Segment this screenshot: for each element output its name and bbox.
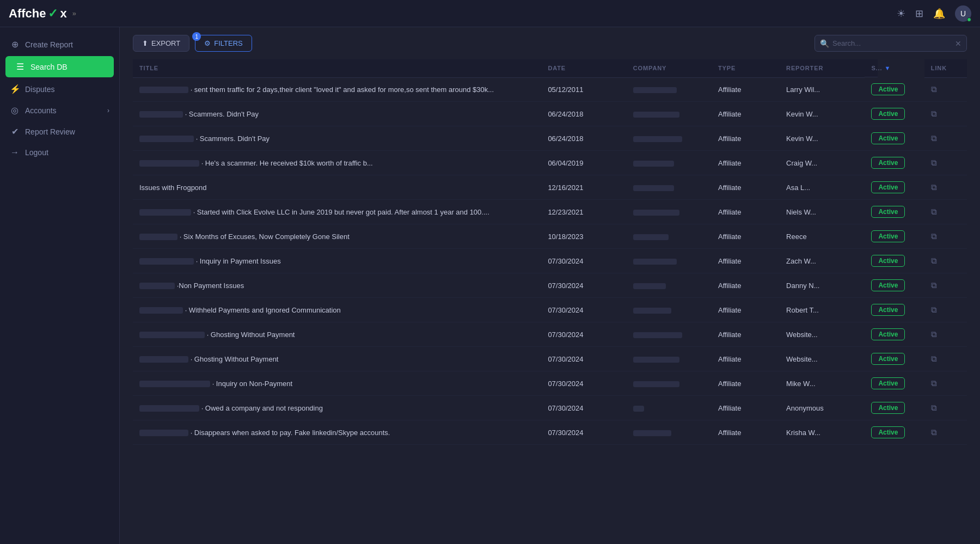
date-cell: 06/24/2018 bbox=[541, 102, 626, 126]
company-cell bbox=[627, 273, 712, 298]
link-cell[interactable]: ⧉ bbox=[924, 347, 967, 371]
avatar-status-dot bbox=[967, 17, 971, 22]
status-cell: Active bbox=[865, 102, 924, 126]
status-cell: Active bbox=[865, 371, 924, 396]
status-cell: Active bbox=[865, 224, 924, 249]
col-header-status[interactable]: S... ▼ bbox=[865, 59, 878, 77]
title-cell: · Disappears when asked to pay. Fake lin… bbox=[133, 420, 541, 445]
link-cell[interactable]: ⧉ bbox=[924, 151, 967, 175]
col-header-title: TITLE bbox=[133, 59, 541, 77]
status-badge: Active bbox=[871, 206, 905, 218]
reporter-cell: Kevin W... bbox=[780, 126, 865, 151]
sidebar-item-accounts[interactable]: ◎ Accounts › bbox=[0, 100, 119, 121]
external-link-icon[interactable]: ⧉ bbox=[931, 109, 937, 118]
link-cell[interactable]: ⧉ bbox=[924, 224, 967, 249]
link-cell[interactable]: ⧉ bbox=[924, 175, 967, 200]
sun-icon[interactable]: ☀ bbox=[897, 8, 905, 20]
external-link-icon[interactable]: ⧉ bbox=[931, 133, 937, 143]
search-icon: 🔍 bbox=[820, 39, 829, 48]
sidebar-item-disputes[interactable]: ⚡ Disputes bbox=[0, 78, 119, 100]
external-link-icon[interactable]: ⧉ bbox=[931, 354, 937, 363]
sidebar-label-search-db: Search DB bbox=[30, 63, 68, 71]
link-cell[interactable]: ⧉ bbox=[924, 77, 967, 102]
title-cell: ·Non Payment Issues bbox=[133, 273, 541, 298]
filter-badge: 1 bbox=[192, 32, 201, 41]
sidebar-item-search-db[interactable]: ☰ Search DB bbox=[5, 56, 114, 77]
table-body: · sent them traffic for 2 days,their cli… bbox=[133, 77, 967, 445]
type-cell: Affiliate bbox=[712, 249, 780, 273]
external-link-icon[interactable]: ⧉ bbox=[931, 84, 937, 94]
external-link-icon[interactable]: ⧉ bbox=[931, 305, 937, 314]
link-cell[interactable]: ⧉ bbox=[924, 102, 967, 126]
company-blur bbox=[633, 112, 679, 118]
external-link-icon[interactable]: ⧉ bbox=[931, 182, 937, 192]
content: ⬆ EXPORT 1 ⚙ FILTERS 🔍 ✕ TITLE DATE bbox=[120, 27, 980, 544]
results-table: TITLE DATE COMPANY TYPE REPORTER S... ▼ … bbox=[133, 59, 967, 445]
logo-text: Affche bbox=[9, 7, 46, 21]
bell-icon[interactable]: 🔔 bbox=[933, 8, 945, 20]
sidebar-label-create-report: Create Report bbox=[25, 40, 73, 49]
date-cell: 07/30/2024 bbox=[541, 322, 626, 347]
external-link-icon[interactable]: ⧉ bbox=[931, 280, 937, 290]
title-blur bbox=[139, 405, 199, 412]
external-link-icon[interactable]: ⧉ bbox=[931, 427, 937, 437]
external-link-icon[interactable]: ⧉ bbox=[931, 207, 937, 216]
reporter-cell: Kevin W... bbox=[780, 102, 865, 126]
company-blur bbox=[633, 357, 679, 363]
company-cell bbox=[627, 347, 712, 371]
link-cell[interactable]: ⧉ bbox=[924, 200, 967, 224]
title-cell: · He's a scammer. He received $10k worth… bbox=[133, 151, 541, 175]
external-link-icon[interactable]: ⧉ bbox=[931, 329, 937, 339]
link-cell[interactable]: ⧉ bbox=[924, 249, 967, 273]
title-cell: · Withheld Payments and Ignored Communic… bbox=[133, 298, 541, 322]
create-report-icon: ⊕ bbox=[10, 39, 20, 50]
link-cell[interactable]: ⧉ bbox=[924, 396, 967, 420]
export-icon: ⬆ bbox=[142, 39, 148, 47]
company-cell bbox=[627, 102, 712, 126]
title-blur bbox=[139, 430, 188, 436]
type-cell: Affiliate bbox=[712, 347, 780, 371]
disputes-icon: ⚡ bbox=[10, 84, 20, 94]
title-text: · Disappears when asked to pay. Fake lin… bbox=[191, 429, 390, 437]
avatar[interactable]: U bbox=[955, 5, 971, 22]
external-link-icon[interactable]: ⧉ bbox=[931, 256, 937, 265]
link-cell[interactable]: ⧉ bbox=[924, 420, 967, 445]
table-row: · Inquiry in Payment Issues07/30/2024Aff… bbox=[133, 249, 967, 273]
logo: Affche✓x » bbox=[9, 7, 76, 21]
link-cell[interactable]: ⧉ bbox=[924, 371, 967, 396]
search-clear-icon[interactable]: ✕ bbox=[955, 39, 961, 48]
external-link-icon[interactable]: ⧉ bbox=[931, 403, 937, 412]
sidebar-item-report-review[interactable]: ✔ Report Review bbox=[0, 121, 119, 142]
sidebar-item-logout[interactable]: → Logout bbox=[0, 142, 119, 163]
link-cell[interactable]: ⧉ bbox=[924, 298, 967, 322]
external-link-icon[interactable]: ⧉ bbox=[931, 158, 937, 167]
link-cell[interactable]: ⧉ bbox=[924, 273, 967, 298]
table-row: · Inquiry on Non-Payment07/30/2024Affili… bbox=[133, 371, 967, 396]
status-badge: Active bbox=[871, 181, 905, 193]
filters-button[interactable]: 1 ⚙ FILTERS bbox=[195, 35, 252, 52]
external-link-icon[interactable]: ⧉ bbox=[931, 378, 937, 388]
status-badge: Active bbox=[871, 108, 905, 120]
status-badge: Active bbox=[871, 279, 905, 291]
title-text: · Inquiry on Non-Payment bbox=[212, 380, 292, 388]
table-row: · Scammers. Didn't Pay06/24/2018Affiliat… bbox=[133, 126, 967, 151]
title-blur bbox=[139, 160, 199, 167]
external-link-icon[interactable]: ⧉ bbox=[931, 231, 937, 241]
export-button[interactable]: ⬆ EXPORT bbox=[133, 35, 189, 52]
search-input[interactable] bbox=[814, 35, 967, 52]
grid-icon[interactable]: ⊞ bbox=[915, 8, 923, 20]
type-cell: Affiliate bbox=[712, 200, 780, 224]
title-text: · Scammers. Didn't Pay bbox=[185, 110, 259, 118]
link-cell[interactable]: ⧉ bbox=[924, 126, 967, 151]
company-cell bbox=[627, 126, 712, 151]
link-cell[interactable]: ⧉ bbox=[924, 322, 967, 347]
reporter-cell: Niels W... bbox=[780, 200, 865, 224]
status-filter-icon[interactable]: ▼ bbox=[884, 65, 891, 71]
company-blur bbox=[633, 136, 682, 142]
status-cell: Active bbox=[865, 396, 924, 420]
date-cell: 10/18/2023 bbox=[541, 224, 626, 249]
logo-collapse-icon[interactable]: » bbox=[72, 9, 76, 17]
company-blur bbox=[633, 185, 674, 191]
title-blur bbox=[139, 381, 210, 387]
sidebar-item-create-report[interactable]: ⊕ Create Report bbox=[0, 34, 119, 55]
